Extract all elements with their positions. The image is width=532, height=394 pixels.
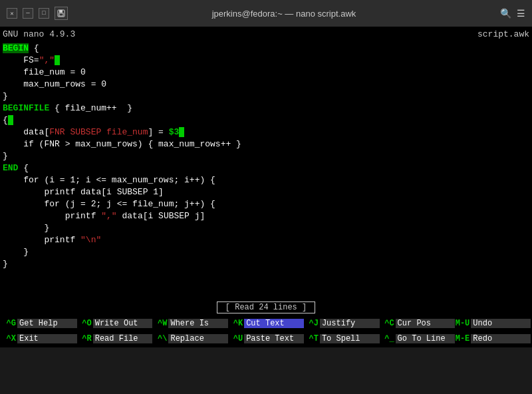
status-notification: [ Read 24 lines ] (217, 301, 315, 313)
shortcut-key: ^T (304, 334, 319, 343)
editor-line: BEGINFILE { file_num++ } (3, 102, 529, 114)
editor-line: { (3, 114, 529, 126)
svg-rect-2 (59, 13, 63, 16)
editor-line: file_num = 0 (3, 67, 529, 79)
window-controls: ✕ — □ (7, 7, 68, 20)
shortcut-paste-text[interactable]: ^U Paste Text (228, 331, 304, 346)
close-button[interactable]: ✕ (7, 8, 17, 19)
title-bar: ✕ — □ jperkins@fedora:~ — nano script.aw… (0, 0, 532, 27)
shortcut-label: Get Help (17, 319, 77, 328)
nano-filename: script.awk (477, 29, 529, 39)
editor-area[interactable]: BEGIN { FS="," file_num = 0 max_num_rows… (0, 41, 532, 301)
editor-line: } (3, 150, 529, 162)
shortcut-go-to-line[interactable]: ^_ Go To Line (380, 331, 456, 346)
shortcut-exit[interactable]: ^X Exit (1, 331, 77, 346)
shortcut-label: Justify (320, 319, 380, 328)
editor-line: if (FNR > max_num_rows) { max_num_rows++… (3, 138, 529, 150)
editor-line: BEGIN { (3, 43, 529, 55)
shortcut-key: ^C (380, 319, 394, 328)
shortcut-label: Redo (471, 334, 531, 343)
window-title: jperkins@fedora:~ — nano script.awk (212, 9, 356, 19)
shortcut-label: Go To Line (396, 334, 456, 343)
editor-line: END { (3, 162, 529, 174)
shortcut-key: ^G (1, 319, 16, 328)
shortcut-read-file[interactable]: ^R Read File (77, 331, 153, 346)
shortcut-row-1: ^G Get Help ^O Write Out ^W Where Is ^K … (0, 315, 532, 331)
search-icon[interactable]: 🔍 (500, 8, 511, 19)
shortcut-to-spell[interactable]: ^T To Spell (304, 331, 380, 346)
shortcut-label: Replace (168, 334, 228, 343)
shortcut-label: Paste Text (244, 334, 304, 343)
shortcut-replace[interactable]: ^\ Replace (152, 331, 228, 346)
editor-line: } (3, 91, 529, 102)
shortcut-key: ^W (152, 319, 167, 328)
minimize-button[interactable]: — (23, 8, 33, 19)
editor-line: printf data[i SUBSEP 1] (3, 186, 529, 198)
shortcut-key: ^O (77, 319, 92, 328)
shortcut-label: To Spell (320, 334, 380, 343)
shortcut-key: ^R (77, 334, 92, 343)
shortcut-key: ^J (304, 319, 319, 328)
editor-line: } (3, 222, 529, 234)
editor-line: } (3, 246, 529, 258)
editor-line: for (j = 2; j <= file_num; j++) { (3, 198, 529, 210)
shortcut-label: Exit (17, 334, 77, 343)
shortcut-key: ^_ (380, 334, 394, 343)
shortcut-key: ^K (228, 319, 243, 328)
shortcut-key: ^X (1, 334, 16, 343)
nano-header: GNU nano 4.9.3 script.awk (0, 27, 532, 41)
editor-line: printf "," data[i SUBSEP j] (3, 210, 529, 222)
shortcut-key: M-U (455, 319, 469, 328)
shortcut-cut-text[interactable]: ^K Cut Text (228, 316, 304, 331)
shortcut-key: M-E (455, 334, 469, 343)
shortcut-where-is[interactable]: ^W Where Is (152, 316, 228, 331)
shortcut-label: Where Is (168, 319, 228, 328)
editor-line: data[FNR SUBSEP file_num] = $3 (3, 126, 529, 138)
shortcut-key: ^\ (152, 334, 167, 343)
shortcut-justify[interactable]: ^J Justify (304, 316, 380, 331)
menu-icon[interactable]: ☰ (517, 8, 525, 19)
nano-version: GNU nano 4.9.3 (3, 29, 75, 39)
window-actions: 🔍 ☰ (500, 8, 525, 19)
shortcut-undo[interactable]: M-U Undo (455, 316, 531, 331)
editor-line: printf "\n" (3, 234, 529, 246)
save-button[interactable] (55, 7, 68, 20)
editor-line: max_num_rows = 0 (3, 79, 529, 91)
shortcut-redo[interactable]: M-E Redo (455, 331, 531, 346)
shortcuts-panel: ^G Get Help ^O Write Out ^W Where Is ^K … (0, 314, 532, 347)
shortcut-label: Cur Pos (396, 319, 456, 328)
shortcut-label: Read File (93, 334, 153, 343)
shortcut-write-out[interactable]: ^O Write Out (77, 316, 153, 331)
shortcut-get-help[interactable]: ^G Get Help (1, 316, 77, 331)
shortcut-label: Write Out (93, 319, 153, 328)
shortcut-label: Cut Text (244, 319, 304, 328)
editor-line: FS="," (3, 55, 529, 67)
shortcut-label: Undo (471, 319, 531, 328)
status-bar: [ Read 24 lines ] (0, 301, 532, 314)
editor-line: } (3, 258, 529, 270)
editor-line: for (i = 1; i <= max_num_rows; i++) { (3, 174, 529, 186)
shortcut-row-2: ^X Exit ^R Read File ^\ Replace ^U Paste… (0, 331, 532, 346)
shortcut-cur-pos[interactable]: ^C Cur Pos (380, 316, 456, 331)
svg-rect-1 (59, 10, 63, 13)
shortcut-key: ^U (228, 334, 243, 343)
maximize-button[interactable]: □ (39, 8, 49, 19)
